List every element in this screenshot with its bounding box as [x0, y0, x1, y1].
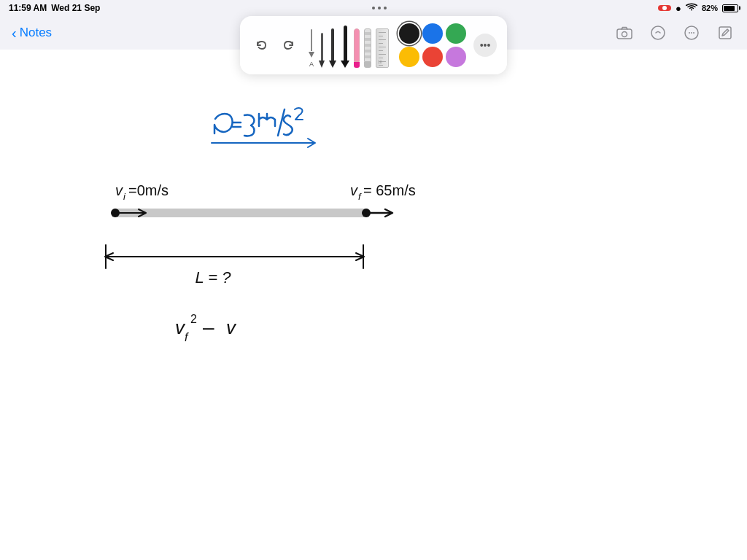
svg-text:v: v	[350, 182, 358, 198]
distance-line	[111, 209, 392, 217]
thick-pen-tool[interactable]	[341, 23, 349, 68]
equation-acceleration	[212, 108, 315, 147]
svg-point-5	[691, 32, 692, 34]
wifi-signal	[686, 3, 697, 13]
svg-text:2: 2	[190, 313, 197, 325]
compose-button[interactable]	[715, 23, 735, 43]
ruler-tool[interactable]: 10	[376, 23, 389, 68]
record-indicator	[658, 5, 671, 11]
more-tools-button[interactable]: •••	[473, 34, 497, 57]
status-left: 11:59 AM Wed 21 Sep	[9, 3, 100, 13]
nav-right-icons	[614, 23, 735, 43]
striped-marker-tool[interactable]	[364, 23, 371, 68]
drawing-toolbar: A	[240, 16, 507, 74]
color-red[interactable]	[422, 47, 443, 67]
svg-text:v: v	[115, 182, 123, 198]
back-button[interactable]: ‹ Notes	[12, 26, 52, 40]
note-canvas[interactable]: v i =0m/s v f = 65m/s	[0, 50, 747, 560]
handwriting-svg: v i =0m/s v f = 65m/s	[0, 50, 747, 560]
pink-marker-tool[interactable]	[354, 23, 360, 68]
dot-1	[372, 7, 375, 9]
svg-text:L = ?: L = ?	[195, 268, 231, 287]
date: Wed 21 Sep	[51, 3, 100, 13]
svg-text:i: i	[123, 191, 126, 202]
status-center	[372, 7, 387, 9]
ellipsis-icon: •••	[480, 39, 491, 51]
camera-button[interactable]	[614, 23, 635, 43]
record-dot	[662, 6, 667, 10]
time: 11:59 AM	[9, 3, 47, 13]
svg-rect-15	[113, 209, 368, 217]
annotation-button[interactable]	[648, 23, 668, 43]
svg-text:= 65m/s: = 65m/s	[363, 182, 416, 198]
svg-rect-7	[719, 27, 731, 39]
svg-text:–: –	[203, 316, 214, 338]
wifi-icon: ●	[676, 3, 681, 14]
redo-button[interactable]	[276, 34, 300, 57]
pencil-label: A	[309, 61, 314, 68]
battery-icon	[722, 4, 738, 12]
kinematics-equation: v f 2 – v	[175, 313, 237, 343]
pencil-tool[interactable]: A	[309, 23, 314, 68]
label-vf: v f = 65m/s	[350, 182, 416, 202]
dot-3	[384, 7, 387, 9]
svg-text:f: f	[185, 331, 189, 343]
color-green[interactable]	[446, 23, 466, 44]
color-swatches	[399, 23, 466, 67]
svg-point-4	[689, 32, 690, 34]
status-right: ● 82%	[658, 3, 738, 14]
more-options-button[interactable]	[681, 23, 702, 43]
label-vi: v i =0m/s	[115, 182, 169, 202]
medium-pen-tool[interactable]	[329, 23, 336, 68]
color-yellow[interactable]	[399, 47, 419, 67]
battery-percent: 82%	[702, 4, 718, 12]
chevron-left-icon: ‹	[12, 26, 17, 40]
color-blue[interactable]	[422, 23, 443, 44]
svg-point-2	[651, 26, 665, 39]
status-bar: 11:59 AM Wed 21 Sep ● 82%	[0, 0, 747, 16]
svg-text:v: v	[226, 316, 237, 338]
dot-2	[378, 7, 381, 9]
undo-button[interactable]	[250, 34, 274, 57]
color-purple[interactable]	[446, 47, 466, 67]
length-bracket: L = ?	[105, 245, 364, 287]
svg-point-1	[622, 32, 627, 37]
back-label: Notes	[20, 26, 52, 40]
svg-point-6	[693, 32, 694, 34]
thin-pen-tool[interactable]	[319, 23, 325, 68]
undo-redo-group	[250, 34, 300, 57]
toolbar-panel: A	[240, 16, 507, 74]
svg-text:f: f	[358, 191, 362, 202]
svg-text:=0m/s: =0m/s	[128, 182, 169, 198]
color-black[interactable]	[399, 23, 419, 44]
